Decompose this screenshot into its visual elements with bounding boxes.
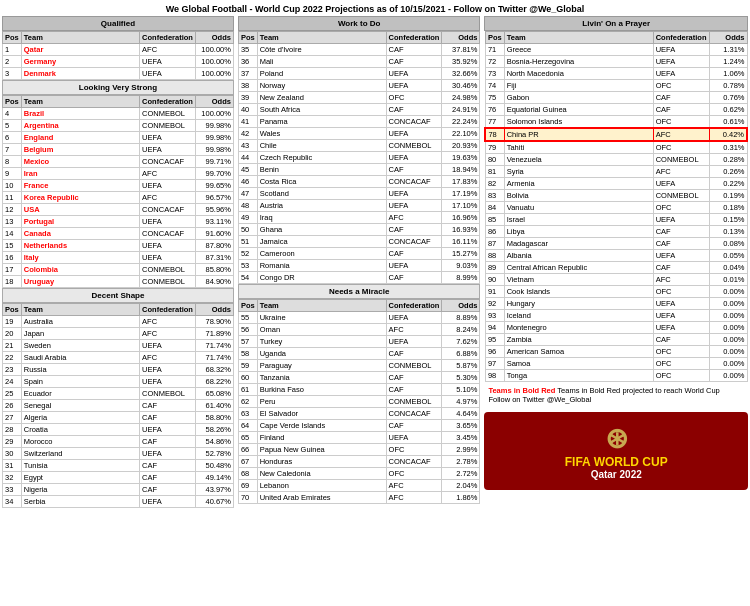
- table-row: 77Solomon IslandsOFC0.61%: [485, 116, 747, 129]
- table-row: 52CameroonCAF15.27%: [238, 248, 479, 260]
- table-row: 50GhanaCAF16.93%: [238, 224, 479, 236]
- table-row: 65FinlandUEFA3.45%: [238, 432, 479, 444]
- table-row: 13PortugalUEFA93.11%: [3, 216, 234, 228]
- table-row: 4BrazilCONMEBOL100.00%: [3, 108, 234, 120]
- table-row: 34SerbiaUEFA40.67%: [3, 496, 234, 508]
- table-row: 45BeninCAF18.94%: [238, 164, 479, 176]
- looking-very-strong-header: Looking Very Strong: [2, 80, 234, 95]
- table-row: 72Bosnia-HerzegovinaUEFA1.24%: [485, 56, 747, 68]
- table-row: 10FranceUEFA99.65%: [3, 180, 234, 192]
- table-row: 82ArmeniaUEFA0.22%: [485, 178, 747, 190]
- table-row: 35Côte d'IvoireCAF37.81%: [238, 44, 479, 56]
- table-row: 81SyriaAFC0.26%: [485, 166, 747, 178]
- table-row: 53RomaniaUEFA9.03%: [238, 260, 479, 272]
- table-row: 24SpainUEFA68.22%: [3, 376, 234, 388]
- table-row: 37PolandUEFA32.66%: [238, 68, 479, 80]
- table-row: 17ColombiaCONMEBOL85.80%: [3, 264, 234, 276]
- table-row: 96American SamoaOFC0.00%: [485, 346, 747, 358]
- table-row: 88AlbaniaUEFA0.05%: [485, 250, 747, 262]
- table-row: 23RussiaUEFA68.32%: [3, 364, 234, 376]
- table-row: 80VenezuelaCONMEBOL0.28%: [485, 154, 747, 166]
- table-row: 94MontenegroUEFA0.00%: [485, 322, 747, 334]
- table-row: 14CanadaCONCACAF91.60%: [3, 228, 234, 240]
- table-row: 83BoliviaCONMEBOL0.19%: [485, 190, 747, 202]
- table-row: 86LibyaCAF0.13%: [485, 226, 747, 238]
- table-row: 58UgandaCAF6.88%: [238, 348, 479, 360]
- table-row: 20JapanAFC71.89%: [3, 328, 234, 340]
- table-row: 93IcelandUEFA0.00%: [485, 310, 747, 322]
- table-row: 30SwitzerlandUEFA52.78%: [3, 448, 234, 460]
- page-title: We Global Football - World Cup 2022 Proj…: [0, 0, 750, 16]
- table-row: 32EgyptCAF49.14%: [3, 472, 234, 484]
- table-row: 31TunisiaCAF50.48%: [3, 460, 234, 472]
- livin-on-a-prayer-header: Livin' On a Prayer: [484, 16, 748, 31]
- qualified-header: Qualified: [2, 16, 234, 31]
- table-row: 15NetherlandsUEFA87.80%: [3, 240, 234, 252]
- table-row: 57TurkeyUEFA7.62%: [238, 336, 479, 348]
- table-row: 79TahitiOFC0.31%: [485, 141, 747, 154]
- table-row: 44Czech RepublicUEFA19.63%: [238, 152, 479, 164]
- table-row: 69LebanonAFC2.04%: [238, 480, 479, 492]
- work-to-do-header: Work to Do: [238, 16, 480, 31]
- table-row: 48AustriaUEFA17.10%: [238, 200, 479, 212]
- table-row: 16ItalyUEFA87.31%: [3, 252, 234, 264]
- table-row: 26SenegalCAF61.40%: [3, 400, 234, 412]
- table-row: 67HondurasCONCACAF2.78%: [238, 456, 479, 468]
- table-row: 11Korea RepublicAFC96.57%: [3, 192, 234, 204]
- table-row: 91Cook IslandsOFC0.00%: [485, 286, 747, 298]
- table-row: 76Equatorial GuineaCAF0.62%: [485, 104, 747, 116]
- table-row: 98TongaOFC0.00%: [485, 370, 747, 382]
- table-row: 47ScotlandUEFA17.19%: [238, 188, 479, 200]
- table-row: 43ChileCONMEBOL20.93%: [238, 140, 479, 152]
- table-row: 27AlgeriaCAF58.80%: [3, 412, 234, 424]
- table-row: 74FijiOFC0.78%: [485, 80, 747, 92]
- table-row: 90VietnamAFC0.01%: [485, 274, 747, 286]
- world-cup-badge: ⊛ FIFA WORLD CUP Qatar 2022: [484, 412, 748, 490]
- table-row: 73North MacedoniaUEFA1.06%: [485, 68, 747, 80]
- table-row: 19AustraliaAFC78.90%: [3, 316, 234, 328]
- table-row: 68New CaledoniaOFC2.72%: [238, 468, 479, 480]
- table-row: 33NigeriaCAF43.97%: [3, 484, 234, 496]
- table-row: 59ParaguayCONMEBOL5.87%: [238, 360, 479, 372]
- table-row: 21SwedenUEFA71.74%: [3, 340, 234, 352]
- table-row: 9IranAFC99.70%: [3, 168, 234, 180]
- table-row: 64Cape Verde IslandsCAF3.65%: [238, 420, 479, 432]
- table-row: 71GreeceUEFA1.31%: [485, 44, 747, 56]
- table-row: 22Saudi ArabiaAFC71.74%: [3, 352, 234, 364]
- table-row: 36MaliCAF35.92%: [238, 56, 479, 68]
- table-row: 49IraqAFC16.96%: [238, 212, 479, 224]
- table-row: 55UkraineUEFA8.89%: [238, 312, 479, 324]
- table-row: 61Burkina FasoCAF5.10%: [238, 384, 479, 396]
- table-row: 3DenmarkUEFA100.00%: [3, 68, 234, 80]
- table-row: 63El SalvadorCONCACAF4.64%: [238, 408, 479, 420]
- table-row: 92HungaryUEFA0.00%: [485, 298, 747, 310]
- table-row: 2GermanyUEFA100.00%: [3, 56, 234, 68]
- table-row: 29MoroccoCAF54.86%: [3, 436, 234, 448]
- table-row: 56OmanAFC8.24%: [238, 324, 479, 336]
- needs-miracle-header: Needs a Miracle: [238, 284, 480, 299]
- table-row: 7BelgiumUEFA99.98%: [3, 144, 234, 156]
- twitter-handle: Follow on Twitter @We_Global: [488, 395, 744, 404]
- table-row: 60TanzaniaCAF5.30%: [238, 372, 479, 384]
- table-row: 39New ZealandOFC24.98%: [238, 92, 479, 104]
- table-row: 89Central African RepublicCAF0.04%: [485, 262, 747, 274]
- table-row: 1QatarAFC100.00%: [3, 44, 234, 56]
- table-row: 38NorwayUEFA30.46%: [238, 80, 479, 92]
- table-row: 6EnglandUEFA99.98%: [3, 132, 234, 144]
- table-row: 42WalesUEFA22.10%: [238, 128, 479, 140]
- table-row: 18UruguayCONMEBOL84.90%: [3, 276, 234, 288]
- table-row: 41PanamaCONCACAF22.24%: [238, 116, 479, 128]
- table-row: 46Costa RicaCONCACAF17.83%: [238, 176, 479, 188]
- decent-shape-header: Decent Shape: [2, 288, 234, 303]
- table-row: 84VanuatuOFC0.18%: [485, 202, 747, 214]
- table-row: 95ZambiaCAF0.00%: [485, 334, 747, 346]
- table-row: 70United Arab EmiratesAFC1.86%: [238, 492, 479, 504]
- table-row: 62PeruCONMEBOL4.97%: [238, 396, 479, 408]
- table-row: 28CroatiaUEFA58.26%: [3, 424, 234, 436]
- footer: Teams in Bold Red Teams in Bold Red proj…: [484, 382, 748, 408]
- table-row: 75GabonCAF0.76%: [485, 92, 747, 104]
- table-row: 97SamoaOFC0.00%: [485, 358, 747, 370]
- table-row: 25EcuadorCONMEBOL65.08%: [3, 388, 234, 400]
- table-row: 54Congo DRCAF8.99%: [238, 272, 479, 284]
- table-row: 51JamaicaCONCACAF16.11%: [238, 236, 479, 248]
